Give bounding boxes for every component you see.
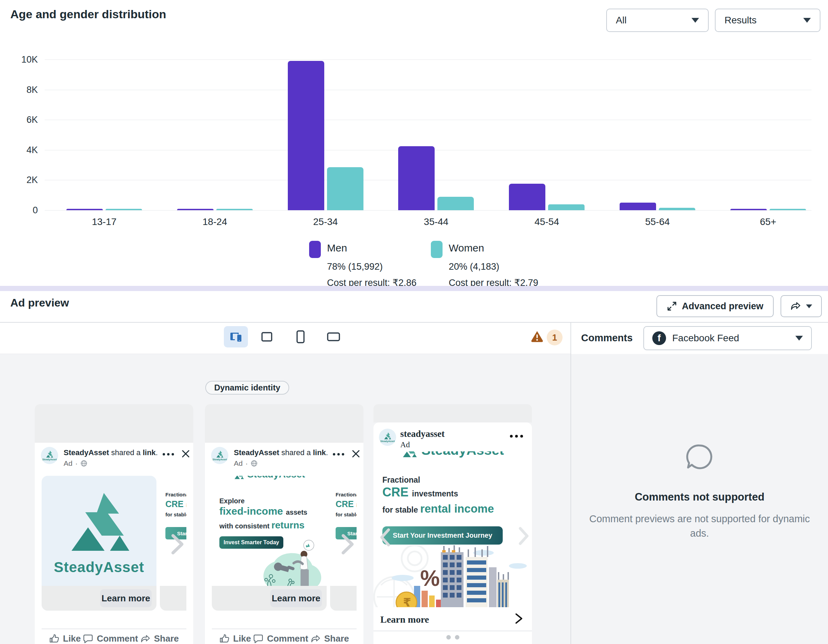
avatar[interactable]: SteadyAsset [379, 429, 396, 446]
dynamic-identity-badge: Dynamic identity [205, 381, 289, 394]
device-toggle-mobile[interactable] [290, 326, 312, 347]
avatar[interactable]: SteadyAsset [41, 447, 58, 464]
bar-women-18-24 [216, 209, 253, 210]
post-title: SteadyAsset shared a link. [64, 448, 158, 457]
like-icon [220, 634, 230, 644]
chevron-down-icon [806, 305, 812, 308]
x-axis-label-13-17: 13-17 [66, 217, 142, 228]
close-icon[interactable] [181, 449, 190, 460]
card-divider [373, 631, 532, 631]
ads-manager-page: Age and gender distribution All Results … [0, 0, 828, 644]
avatar[interactable]: SteadyAsset [211, 447, 228, 464]
ad-preview-card-3: SteadyAsset steadyasset Ad SteadyAsset F… [373, 404, 532, 644]
comments-label: Comments [581, 332, 633, 344]
y-axis-label: 4K [5, 145, 38, 155]
pagination-dots[interactable] [373, 635, 532, 639]
bar-men-25-34 [288, 61, 324, 210]
card-divider [212, 628, 357, 629]
start-journey-button[interactable]: Start Your Investment Journey [383, 526, 503, 545]
globe-icon [80, 460, 87, 467]
breakdown-dropdown[interactable]: All [606, 9, 709, 32]
legend-women-swatch [431, 241, 442, 258]
bar-women-25-34 [327, 167, 364, 210]
legend-men: Men 78% (15,992) Cost per result: ₹2.86 [309, 241, 416, 291]
post-subtitle: Ad· [64, 459, 87, 468]
post-handle: steadyasset [400, 429, 445, 439]
x-axis-label-55-64: 55-64 [619, 217, 695, 228]
x-axis-label-65+: 65+ [730, 217, 806, 228]
device-toggle-all-formats[interactable] [224, 326, 248, 347]
learn-more-row[interactable]: Learn more [373, 607, 532, 631]
like-button[interactable]: Like [220, 633, 251, 644]
more-options-icon[interactable] [163, 453, 174, 456]
learn-more-button[interactable]: Learn more [270, 589, 322, 607]
carousel-card-fixed-income[interactable]: SteadyAsset Explore fixed-income assets … [212, 476, 327, 611]
placement-dropdown[interactable]: f Facebook Feed [643, 326, 812, 350]
card-text-placeholder [205, 404, 364, 443]
story-card: SteadyAsset steadyasset Ad SteadyAsset F… [373, 423, 532, 644]
share-button[interactable]: Share [310, 633, 349, 644]
bar-women-65+ [770, 209, 806, 210]
card-text-placeholder [373, 404, 532, 423]
gridline-0 [45, 210, 811, 210]
carousel-next-arrow[interactable] [518, 526, 530, 547]
placement-value: Facebook Feed [672, 333, 739, 344]
metric-dropdown[interactable]: Results [715, 9, 820, 32]
bar-men-13-17 [66, 209, 103, 210]
more-options-icon[interactable] [333, 453, 344, 456]
post-title: SteadyAsset shared a link. [234, 448, 328, 457]
like-icon [49, 634, 60, 644]
svg-text:₹: ₹ [403, 595, 411, 607]
share-icon [790, 301, 801, 311]
like-button[interactable]: Like [49, 633, 81, 644]
header-divider [0, 322, 828, 323]
gridline-6K [45, 120, 811, 120]
legend-women-share: 20% (4,183) [449, 259, 538, 275]
warning-count-badge[interactable]: 1 [547, 330, 563, 346]
legend-men-share: 78% (15,992) [327, 259, 416, 275]
warning-icon[interactable] [530, 330, 544, 344]
carousel-next-arrow[interactable] [340, 534, 355, 556]
ad-preview-title: Ad preview [10, 297, 69, 309]
close-icon[interactable] [351, 449, 361, 460]
section-divider-band [0, 286, 828, 291]
card-divider [42, 628, 187, 629]
more-options-icon[interactable] [510, 435, 523, 438]
carousel-footer: Learn more [42, 586, 157, 611]
svg-text:%: % [420, 566, 440, 591]
share-icon [310, 634, 321, 644]
share-preview-button[interactable] [781, 295, 822, 317]
bar-men-65+ [730, 209, 767, 210]
y-axis-label: 2K [5, 175, 38, 185]
device-toggle-widescreen[interactable] [323, 326, 345, 347]
learn-more-button[interactable]: Learn more [100, 589, 152, 607]
age-gender-chart: 02K4K6K8K10K13-1718-2425-3435-4445-5455-… [45, 60, 811, 210]
x-axis-label-25-34: 25-34 [288, 217, 364, 228]
legend-men-swatch [309, 241, 321, 258]
bar-men-18-24 [177, 209, 213, 210]
bar-women-35-44 [438, 197, 474, 210]
ad-preview-card-1: SteadyAsset SteadyAsset shared a link. A… [35, 404, 193, 644]
ad-media: SteadyAsset Fractional CRE investments f… [373, 451, 532, 607]
x-axis-label-45-54: 45-54 [509, 217, 585, 228]
comment-button[interactable]: Comment [83, 633, 138, 644]
share-button[interactable]: Share [140, 633, 179, 644]
x-axis-label-18-24: 18-24 [177, 217, 253, 228]
metric-value: Results [724, 15, 756, 26]
comments-panel: Comments not supported Comment previews … [571, 354, 828, 644]
device-toggle-desktop[interactable] [256, 326, 278, 347]
legend-men-label: Men [327, 241, 416, 255]
advanced-preview-button[interactable]: Advanced preview [656, 295, 774, 317]
comments-empty-body: Comment previews are not supported for d… [579, 512, 820, 540]
bar-men-55-64 [619, 203, 656, 210]
buildings-illustration: % ₹ [373, 545, 532, 607]
bar-men-45-54 [509, 184, 545, 210]
ad-preview-card-2: SteadyAsset SteadyAsset shared a link. A… [205, 404, 364, 644]
bar-men-35-44 [398, 146, 434, 210]
mobile-icon [296, 330, 305, 344]
comment-button[interactable]: Comment [253, 633, 308, 644]
x-axis-label-35-44: 35-44 [398, 217, 474, 228]
facebook-icon: f [652, 331, 666, 345]
carousel-card-logo[interactable]: SteadyAsset Learn more [42, 476, 157, 611]
carousel-next-arrow[interactable] [170, 534, 185, 556]
